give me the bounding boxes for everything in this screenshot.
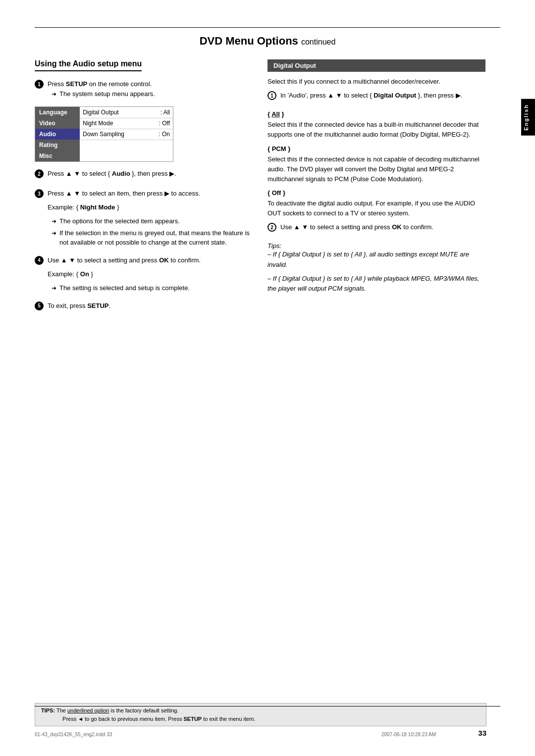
menu-nightmode-cell: Night Mode : Off — [80, 118, 173, 129]
night-mode-bold: Night Mode — [80, 203, 115, 211]
audio-bold: Audio — [112, 170, 130, 177]
night-mode-value: : Off — [159, 120, 170, 127]
menu-empty-cell-2 — [80, 151, 173, 161]
step-3-arrow-text-1: The options for the selected item appear… — [59, 216, 180, 226]
right-step-2-content: Use ▲ ▼ to select a setting and press OK… — [280, 222, 485, 232]
menu-misc-cell: Misc — [35, 151, 80, 161]
tips-footer-text1: The underlined option is the factory def… — [56, 707, 178, 713]
menu-rating-cell: Rating — [35, 140, 80, 151]
all-underline: All — [271, 110, 280, 118]
page-title: DVD Menu Options continued — [35, 35, 500, 48]
step-4-circle: 4 — [35, 256, 44, 265]
footer-left: 01-43_dvp3142K_55_eng2.indd 33 — [35, 732, 112, 737]
arrow-icon-4: ➜ — [52, 284, 56, 293]
step-4-arrow-text: The setting is selected and setup is com… — [59, 283, 190, 293]
tips-footer-label: TIPS: — [41, 707, 55, 713]
step-3-arrow-text-2: If the selection in the menu is greyed o… — [59, 228, 253, 248]
step-2-content: Press ▲ ▼ to select { Audio }, then pres… — [48, 169, 253, 179]
off-bold: Off — [272, 189, 281, 197]
digital-output-header: Digital Output — [268, 59, 485, 72]
menu-audio-cell: Audio — [35, 129, 80, 140]
all-section: { All } Select this if the connected dev… — [268, 110, 485, 140]
underline-option: underlined option — [67, 707, 109, 713]
down-sampling-label: Down Sampling — [83, 131, 124, 138]
ok-bold-1: OK — [159, 256, 169, 264]
digital-output-label: Digital Output — [83, 109, 119, 116]
step-3-example: Example: { Night Mode } — [48, 202, 253, 212]
right-step-1-circle: 1 — [268, 91, 276, 100]
right-step-2: 2 Use ▲ ▼ to select a setting and press … — [268, 222, 485, 236]
right-step-2-circle: 2 — [268, 223, 276, 232]
step-4-example: Example: { On } — [48, 269, 253, 279]
footer-right: 2007-06-18 10:28:23 AM — [381, 732, 436, 737]
step-1-text-before: Press — [48, 80, 66, 88]
right-step-1: 1 In 'Audio', press ▲ ▼ to select { Digi… — [268, 91, 485, 104]
step-1-circle: 1 — [35, 80, 44, 89]
step-4-text: Use ▲ ▼ to select a setting and press OK… — [48, 255, 253, 265]
right-column: Digital Output Select this if you connec… — [268, 59, 485, 321]
top-border — [35, 27, 500, 28]
menu-row-header: Language Digital Output : All — [35, 107, 173, 118]
tips-italic-label: Tips: — [268, 242, 281, 250]
menu-row-misc: Misc — [35, 151, 173, 161]
pcm-bold: PCM — [272, 145, 286, 152]
arrow-icon: ➜ — [52, 90, 56, 99]
step-1-text-after: on the remote control. — [87, 80, 152, 88]
tips-footer-text2: Press ◄ to go back to previous menu item… — [62, 716, 255, 722]
menu-row-nightmode: Video Night Mode : Off — [35, 118, 173, 129]
tips-italic-1: – If { Digital Output } is set to { All … — [268, 251, 469, 268]
step-3-circle: 3 — [35, 189, 44, 198]
tips-italic-2: – If { Digital Output } is set to { All … — [268, 275, 479, 292]
page-number: 33 — [478, 729, 486, 737]
tips-line2: – If { Digital Output } is set to { All … — [268, 274, 485, 294]
step-1-arrow-text: The system setup menu appears. — [59, 89, 155, 99]
tips-line1: – If { Digital Output } is set to { All … — [268, 250, 485, 269]
left-column: Using the Audio setup menu 1 Press SETUP… — [35, 59, 253, 321]
digital-output-value: : All — [160, 109, 170, 116]
step-3-arrow-1: ➜ The options for the selected item appe… — [52, 216, 253, 226]
continued-label: continued — [301, 38, 335, 46]
pcm-heading: { PCM } — [268, 145, 485, 152]
step-3-arrow-2: ➜ If the selection in the menu is greyed… — [52, 228, 253, 248]
bottom-border — [35, 706, 500, 706]
title-text: DVD Menu Options — [200, 35, 298, 47]
page-container: DVD Menu Options continued English Using… — [0, 0, 535, 756]
step-2: 2 Press ▲ ▼ to select { Audio }, then pr… — [35, 169, 253, 183]
right-step-1-content: In 'Audio', press ▲ ▼ to select { Digita… — [280, 91, 485, 101]
setup-bold: SETUP — [87, 302, 108, 309]
menu-row-downsampling: Audio Down Sampling : On — [35, 129, 173, 140]
menu-video-cell: Video — [35, 118, 80, 129]
step-3: 3 Press ▲ ▼ to select an item, then pres… — [35, 189, 253, 250]
step-5: 5 To exit, press SETUP. — [35, 301, 253, 315]
ok-bold-2: OK — [392, 223, 402, 231]
menu-downsampling-cell: Down Sampling : On — [80, 129, 173, 140]
step-1: 1 Press SETUP on the remote control. ➜ T… — [35, 79, 253, 101]
step-1-bold: SETUP — [66, 80, 87, 88]
on-bold: On — [80, 270, 89, 278]
tips-section: Tips: – If { Digital Output } is set to … — [268, 242, 485, 294]
step-5-circle: 5 — [35, 302, 44, 310]
tips-label: Tips: — [268, 242, 485, 250]
content-columns: Using the Audio setup menu 1 Press SETUP… — [35, 59, 486, 321]
step-1-content: Press SETUP on the remote control. ➜ The… — [48, 79, 253, 101]
arrow-icon-2: ➜ — [52, 217, 56, 226]
setup-menu-table-inner: Language Digital Output : All Video Nigh… — [35, 107, 173, 161]
step-2-circle: 2 — [35, 169, 44, 178]
setup-bold-footer: SETUP — [184, 716, 202, 722]
step-4-arrow: ➜ The setting is selected and setup is c… — [52, 283, 253, 293]
step-3-text: Press ▲ ▼ to select an item, then press … — [48, 189, 253, 199]
step-5-content: To exit, press SETUP. — [48, 301, 253, 311]
pcm-section: { PCM } Select this if the connected dev… — [268, 145, 485, 184]
menu-row-rating: Rating — [35, 140, 173, 151]
all-heading: { All } — [268, 110, 485, 118]
section-heading: Using the Audio setup menu — [35, 59, 142, 71]
step-4-content: Use ▲ ▼ to select a setting and press OK… — [48, 255, 253, 295]
off-text: To deactivate the digital audio output. … — [268, 199, 485, 218]
english-tab: English — [521, 99, 535, 136]
all-text: Select this if the connected device has … — [268, 120, 485, 140]
digital-output-bold: Digital Output — [374, 92, 416, 99]
step-4: 4 Use ▲ ▼ to select a setting and press … — [35, 255, 253, 295]
menu-right-header: Digital Output : All — [80, 107, 173, 118]
down-sampling-value: : On — [159, 131, 170, 138]
arrow-icon-3: ➜ — [52, 229, 56, 238]
